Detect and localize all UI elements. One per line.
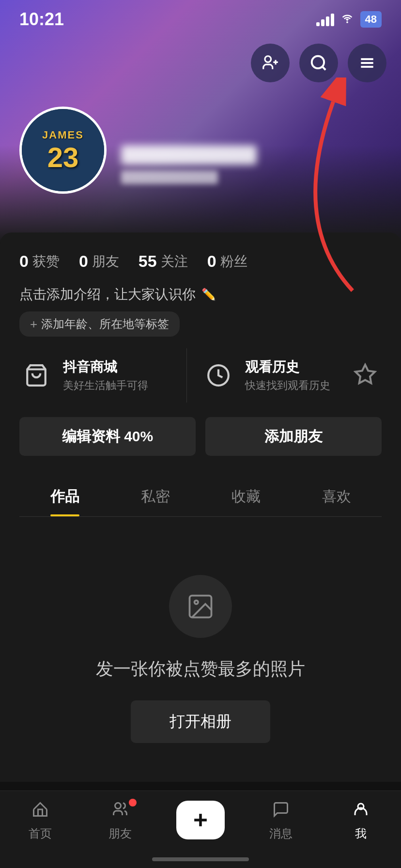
svg-point-0: [346, 21, 348, 23]
friends-icon: [111, 801, 129, 822]
top-actions: [251, 44, 386, 82]
history-subtitle: 快速找到观看历史: [245, 378, 330, 393]
tabs-row: 作品 私密 收藏 喜欢: [19, 475, 382, 517]
friends-label: 朋友: [108, 826, 132, 841]
profile-nav-label: 我: [355, 826, 367, 841]
likes-count: 0: [19, 252, 29, 271]
search-button[interactable]: [299, 44, 338, 82]
edit-profile-button[interactable]: 编辑资料 40%: [19, 417, 196, 456]
bio-area: 点击添加介绍，让大家认识你 ✏️ + 添加年龄、所在地等标签: [19, 285, 382, 337]
nav-create[interactable]: [160, 801, 241, 839]
stat-following[interactable]: 55 关注: [139, 252, 188, 271]
status-time: 10:21: [19, 9, 64, 30]
tab-private[interactable]: 私密: [110, 475, 200, 516]
stat-fans[interactable]: 0 粉丝: [207, 252, 247, 271]
main-content: 0 获赞 0 朋友 55 关注 0 粉丝 点击添加介绍，让大家认识你 ✏️ + …: [0, 232, 401, 782]
history-title: 观看历史: [245, 358, 330, 376]
fans-label: 粉丝: [220, 252, 247, 271]
history-link[interactable]: 观看历史 快速找到观看历史: [201, 348, 354, 403]
likes-label: 获赞: [32, 252, 60, 271]
edit-bio-icon[interactable]: ✏️: [201, 288, 216, 301]
jersey-number: 23: [47, 143, 79, 171]
add-tag-button[interactable]: + 添加年龄、所在地等标签: [19, 311, 180, 337]
messages-icon: [272, 801, 290, 822]
shop-title: 抖音商城: [63, 358, 148, 376]
bio-text[interactable]: 点击添加介绍，让大家认识你 ✏️: [19, 285, 382, 304]
nav-friends[interactable]: 朋友: [80, 801, 161, 841]
shop-subtitle: 美好生活触手可得: [63, 378, 148, 393]
star-more-icon[interactable]: [354, 363, 382, 388]
add-friend-button[interactable]: 添加朋友: [205, 417, 382, 456]
blurred-userid: [121, 170, 218, 184]
messages-label: 消息: [269, 826, 293, 841]
battery-icon: 48: [360, 11, 382, 28]
history-icon: [201, 358, 235, 392]
svg-point-11: [115, 803, 121, 809]
avatar[interactable]: JAMES 23: [19, 107, 107, 194]
svg-point-1: [265, 56, 271, 62]
blurred-username: [121, 145, 257, 165]
signal-icon: [316, 13, 334, 26]
stat-likes[interactable]: 0 获赞: [19, 252, 60, 271]
nav-profile[interactable]: 我: [321, 801, 401, 841]
empty-state: 发一张你被点赞最多的照片 打开相册: [19, 517, 382, 782]
nav-messages[interactable]: 消息: [241, 801, 321, 841]
svg-point-2: [312, 56, 324, 68]
follow-button[interactable]: [251, 44, 290, 82]
jersey-name: JAMES: [42, 129, 84, 141]
stats-row: 0 获赞 0 朋友 55 关注 0 粉丝: [19, 252, 382, 271]
status-icons: 48: [316, 11, 382, 28]
profile-nav-icon: [352, 801, 370, 822]
empty-text: 发一张你被点赞最多的照片: [96, 657, 305, 681]
friends-label: 朋友: [92, 252, 119, 271]
shop-icon: [19, 358, 53, 392]
stat-friends[interactable]: 0 朋友: [79, 252, 119, 271]
open-album-button[interactable]: 打开相册: [131, 700, 270, 743]
friends-count: 0: [79, 252, 88, 271]
home-label: 首页: [29, 826, 52, 841]
shop-link[interactable]: 抖音商城 美好生活触手可得: [19, 348, 187, 403]
tab-works[interactable]: 作品: [19, 475, 110, 516]
home-icon: [31, 801, 49, 822]
quick-actions: 抖音商城 美好生活触手可得 观看历史 快速找到观看历史: [19, 348, 382, 403]
menu-button[interactable]: [348, 44, 386, 82]
home-indicator: [152, 857, 249, 861]
following-count: 55: [139, 252, 157, 271]
tab-likes[interactable]: 喜欢: [291, 475, 382, 516]
fans-count: 0: [207, 252, 216, 271]
empty-icon: [169, 575, 232, 638]
nav-home[interactable]: 首页: [0, 801, 80, 841]
tab-collect[interactable]: 收藏: [200, 475, 291, 516]
profile-name-area: [121, 145, 382, 194]
svg-point-10: [195, 601, 199, 604]
create-button[interactable]: [176, 801, 225, 839]
status-bar: 10:21 48: [0, 0, 401, 39]
profile-buttons: 编辑资料 40% 添加朋友: [19, 417, 382, 456]
friends-notification-dot: [129, 799, 137, 806]
bottom-nav: 首页 朋友 消息: [0, 790, 401, 868]
profile-section: JAMES 23: [0, 107, 401, 194]
following-label: 关注: [161, 252, 188, 271]
wifi-icon: [340, 12, 355, 27]
